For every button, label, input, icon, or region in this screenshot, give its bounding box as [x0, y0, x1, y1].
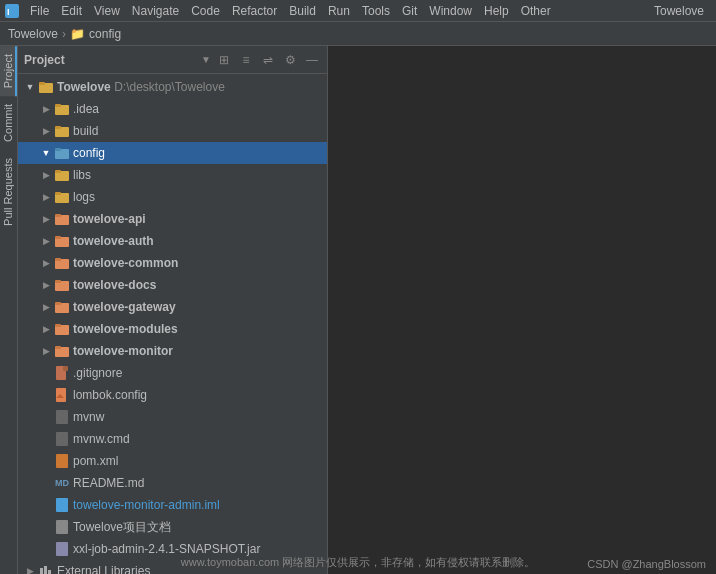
tree-label-gateway: towelove-gateway: [73, 300, 323, 314]
tree-arrow-config: ▼: [38, 148, 54, 158]
tree-arrow-root: ▼: [22, 82, 38, 92]
tree-item-pom[interactable]: pom.xml: [18, 450, 327, 472]
tree-item-external-libraries[interactable]: ▶ External Libraries: [18, 560, 327, 574]
svg-rect-12: [55, 170, 61, 173]
menu-help[interactable]: Help: [478, 2, 515, 20]
file-icon-gitignore: [54, 365, 70, 381]
menu-file[interactable]: File: [24, 2, 55, 20]
tree-item-iml[interactable]: towelove-monitor-admin.iml: [18, 494, 327, 516]
tree-item-mvnw[interactable]: mvnw: [18, 406, 327, 428]
tree-item-root[interactable]: ▼ Towelove D:\desktop\Towelove: [18, 76, 327, 98]
pathbar-folder[interactable]: config: [89, 27, 121, 41]
main-layout: Project Commit Pull Requests Project ▼ ⊞…: [0, 46, 716, 574]
tree-arrow-logs: ▶: [38, 192, 54, 202]
svg-rect-28: [55, 346, 61, 349]
tree-label-mvnw: mvnw: [73, 410, 323, 424]
folder-icon-logs: [54, 189, 70, 205]
menu-build[interactable]: Build: [283, 2, 322, 20]
panel-title: Project: [24, 53, 197, 67]
side-tab-pull-requests[interactable]: Pull Requests: [0, 150, 17, 234]
svg-rect-37: [56, 520, 68, 534]
tree-item-gateway[interactable]: ▶ towelove-gateway: [18, 296, 327, 318]
tree-label-libs: libs: [73, 168, 323, 182]
toolbar-icon-close[interactable]: —: [303, 51, 321, 69]
tree-label-api: towelove-api: [73, 212, 323, 226]
menu-view[interactable]: View: [88, 2, 126, 20]
svg-rect-34: [56, 432, 68, 446]
svg-rect-24: [55, 302, 61, 305]
tree-item-gitignore[interactable]: .gitignore: [18, 362, 327, 384]
svg-rect-6: [55, 104, 61, 107]
pathbar-sep: ›: [62, 27, 66, 41]
menu-window[interactable]: Window: [423, 2, 478, 20]
tree-item-api[interactable]: ▶ towelove-api: [18, 208, 327, 230]
file-tree: ▼ Towelove D:\desktop\Towelove ▶ .idea: [18, 74, 327, 574]
svg-rect-41: [48, 570, 51, 574]
tree-arrow-modules: ▶: [38, 324, 54, 334]
panel-dropdown-arrow[interactable]: ▼: [201, 54, 211, 65]
menu-refactor[interactable]: Refactor: [226, 2, 283, 20]
tree-arrow-auth: ▶: [38, 236, 54, 246]
menu-run[interactable]: Run: [322, 2, 356, 20]
tree-item-jar[interactable]: xxl-job-admin-2.4.1-SNAPSHOT.jar: [18, 538, 327, 560]
tree-label-readme: README.md: [73, 476, 323, 490]
tree-item-libs[interactable]: ▶ libs: [18, 164, 327, 186]
folder-icon-root: [38, 79, 54, 95]
menu-git[interactable]: Git: [396, 2, 423, 20]
tree-item-lombok[interactable]: lombok.config: [18, 384, 327, 406]
tree-arrow-idea: ▶: [38, 104, 54, 114]
svg-rect-20: [55, 258, 61, 261]
svg-rect-26: [55, 324, 61, 327]
folder-icon-gateway: [54, 299, 70, 315]
side-tab-commit[interactable]: Commit: [0, 96, 17, 150]
tree-arrow-api: ▶: [38, 214, 54, 224]
toolbar-icon-settings[interactable]: ⚙: [281, 51, 299, 69]
side-tab-project[interactable]: Project: [0, 46, 17, 96]
tree-item-docs[interactable]: ▶ towelove-docs: [18, 274, 327, 296]
menu-code[interactable]: Code: [185, 2, 226, 20]
file-icon-mvnw-cmd: [54, 431, 70, 447]
toolbar-icon-layout[interactable]: ⊞: [215, 51, 233, 69]
svg-rect-30: [63, 366, 68, 371]
toolbar-icon-sort[interactable]: ≡: [237, 51, 255, 69]
tree-label-iml: towelove-monitor-admin.iml: [73, 498, 323, 512]
tree-label-gitignore: .gitignore: [73, 366, 323, 380]
folder-icon-config: [54, 145, 70, 161]
tree-label-idea: .idea: [73, 102, 323, 116]
tree-item-project-doc[interactable]: Towelove项目文档: [18, 516, 327, 538]
tree-item-common[interactable]: ▶ towelove-common: [18, 252, 327, 274]
tree-label-config: config: [73, 146, 323, 160]
icon-external-libraries: [38, 563, 54, 574]
folder-icon-libs: [54, 167, 70, 183]
tree-item-build[interactable]: ▶ build: [18, 120, 327, 142]
file-icon-readme: MD: [54, 475, 70, 491]
panel-toolbar: Project ▼ ⊞ ≡ ⇌ ⚙ —: [18, 46, 327, 74]
menu-edit[interactable]: Edit: [55, 2, 88, 20]
pathbar-project[interactable]: Towelove: [8, 27, 58, 41]
svg-rect-4: [39, 82, 45, 85]
tree-label-modules: towelove-modules: [73, 322, 323, 336]
tree-item-modules[interactable]: ▶ towelove-modules: [18, 318, 327, 340]
tree-item-monitor[interactable]: ▶ towelove-monitor: [18, 340, 327, 362]
toolbar-icon-expand-collapse[interactable]: ⇌: [259, 51, 277, 69]
pathbar-folder-icon: 📁: [70, 27, 85, 41]
tree-item-config[interactable]: ▼ config: [18, 142, 327, 164]
svg-rect-39: [40, 568, 43, 574]
tree-arrow-monitor: ▶: [38, 346, 54, 356]
folder-icon-build: [54, 123, 70, 139]
svg-rect-18: [55, 236, 61, 239]
tree-item-readme[interactable]: MD README.md: [18, 472, 327, 494]
tree-label-project-doc: Towelove项目文档: [73, 519, 323, 536]
svg-rect-22: [55, 280, 61, 283]
tree-item-logs[interactable]: ▶ logs: [18, 186, 327, 208]
menu-tools[interactable]: Tools: [356, 2, 396, 20]
menu-navigate[interactable]: Navigate: [126, 2, 185, 20]
tree-item-idea[interactable]: ▶ .idea: [18, 98, 327, 120]
side-tabs: Project Commit Pull Requests: [0, 46, 18, 574]
menu-other[interactable]: Other: [515, 2, 557, 20]
tree-arrow-libs: ▶: [38, 170, 54, 180]
svg-rect-35: [56, 454, 68, 468]
tree-label-pom: pom.xml: [73, 454, 323, 468]
tree-item-mvnw-cmd[interactable]: mvnw.cmd: [18, 428, 327, 450]
tree-item-auth[interactable]: ▶ towelove-auth: [18, 230, 327, 252]
